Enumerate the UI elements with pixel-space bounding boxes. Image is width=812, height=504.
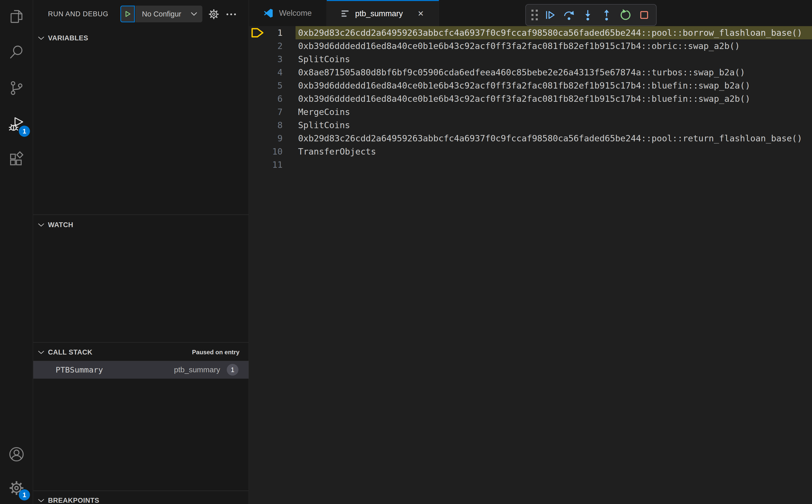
views-more-actions-button[interactable] — [225, 8, 237, 20]
paused-status: Paused on entry — [192, 349, 248, 356]
step-out-button[interactable] — [600, 9, 613, 21]
ellipsis-icon — [226, 13, 236, 15]
gutter[interactable]: 10 — [249, 145, 295, 158]
restart-button[interactable] — [619, 9, 632, 21]
line-number: 2 — [277, 39, 282, 53]
activity-item-extensions[interactable] — [0, 145, 33, 173]
code-row: 20xb39d6dddedd16ed8a40ce0b1e6b43c92acf0f… — [249, 39, 812, 53]
activity-item-settings[interactable]: 1 — [0, 474, 33, 502]
run-control: No Configur — [120, 6, 202, 22]
code-row: 10TransferObjects — [249, 145, 812, 158]
toolbar-drag-handle-icon[interactable] — [532, 10, 538, 20]
breakpoints-section-header[interactable]: BREAKPOINTS — [33, 493, 248, 504]
code-row: 50xb39d6dddedd16ed8a40ce0b1e6b43c92acf0f… — [249, 79, 812, 92]
step-into-button[interactable] — [582, 9, 594, 21]
breakpoints-label: BREAKPOINTS — [48, 497, 99, 504]
code-line[interactable]: 0x8ae871505a80d8bf6bf9c05906cda6edfeea46… — [295, 66, 812, 79]
code-row: 40x8ae871505a80d8bf6bf9c05906cda6edfeea4… — [249, 66, 812, 79]
code-line[interactable]: 0xb39d6dddedd16ed8a40ce0b1e6b43c92acf0ff… — [295, 39, 812, 53]
code-line[interactable]: 0xb39d6dddedd16ed8a40ce0b1e6b43c92acf0ff… — [295, 92, 812, 105]
gutter[interactable]: 4 — [249, 66, 295, 79]
line-number: 11 — [272, 158, 282, 171]
debug-badge: 1 — [19, 126, 30, 137]
search-icon — [9, 44, 24, 60]
stop-icon — [638, 9, 650, 21]
restart-icon — [620, 9, 631, 21]
code-line[interactable]: 0xb29d83c26cdd2a64959263abbcfc4a6937f0c9… — [295, 132, 812, 145]
start-debugging-button[interactable] — [120, 6, 135, 22]
settings-badge: 1 — [19, 489, 30, 500]
code-row: 11 — [249, 158, 812, 171]
chevron-down-icon — [38, 350, 44, 354]
sidebar-title: RUN AND DEBUG — [48, 0, 108, 28]
gutter[interactable]: 5 — [249, 79, 295, 92]
stop-button[interactable] — [638, 9, 651, 21]
editor-group: Welcome ptb_summary ✕ — [249, 0, 812, 504]
tab-welcome[interactable]: Welcome — [249, 0, 327, 26]
frame-badge: 1 — [227, 364, 238, 376]
code-line[interactable] — [295, 158, 812, 171]
code-line[interactable]: 0xb29d83c26cdd2a64959263abbcfc4a6937f0c9… — [295, 26, 812, 39]
vscode-logo-icon — [264, 9, 273, 18]
line-number: 9 — [277, 132, 282, 145]
step-into-icon — [582, 9, 594, 21]
run-and-debug-sidebar: RUN AND DEBUG No Configur — [33, 0, 249, 504]
debug-configuration-dropdown[interactable]: No Configur — [135, 6, 202, 22]
line-number: 3 — [277, 53, 282, 66]
extensions-icon — [9, 151, 24, 167]
configuration-label: No Configur — [142, 10, 181, 18]
call-stack-frame-row[interactable]: PTBSummary ptb_summary 1 — [33, 361, 248, 379]
section-divider — [33, 214, 248, 215]
tab-ptb-summary[interactable]: ptb_summary ✕ — [327, 0, 439, 26]
variables-label: VARIABLES — [48, 34, 88, 42]
debug-settings-button[interactable] — [208, 8, 220, 20]
watch-section-header[interactable]: WATCH — [33, 217, 248, 232]
gutter[interactable]: 3 — [249, 53, 295, 66]
variables-section-header[interactable]: VARIABLES — [33, 30, 248, 46]
call-stack-section-header[interactable]: CALL STACK Paused on entry — [33, 345, 248, 360]
code-area: 10xb29d83c26cdd2a64959263abbcfc4a6937f0c… — [249, 26, 812, 171]
continue-icon — [544, 9, 556, 21]
close-icon[interactable]: ✕ — [418, 9, 424, 18]
gutter[interactable]: 1 — [249, 26, 295, 39]
tab-label: Welcome — [279, 9, 312, 18]
list-file-icon — [341, 10, 349, 17]
account-icon — [9, 446, 24, 462]
gutter[interactable]: 6 — [249, 92, 295, 105]
gutter[interactable]: 11 — [249, 158, 295, 171]
gutter[interactable]: 9 — [249, 132, 295, 145]
step-over-button[interactable] — [563, 9, 575, 21]
code-line[interactable]: TransferObjects — [295, 145, 812, 158]
chevron-down-icon — [38, 36, 44, 40]
gear-icon — [208, 9, 219, 20]
activity-item-source-control[interactable] — [0, 74, 33, 102]
continue-button[interactable] — [544, 9, 557, 21]
code-line[interactable]: SplitCoins — [295, 119, 812, 132]
gutter[interactable]: 2 — [249, 39, 295, 53]
section-divider — [33, 342, 248, 343]
frame-source: ptb_summary — [174, 365, 220, 374]
gutter[interactable]: 7 — [249, 105, 295, 119]
watch-label: WATCH — [48, 221, 73, 229]
code-line[interactable]: SplitCoins — [295, 53, 812, 66]
step-out-icon — [601, 9, 613, 21]
code-line[interactable]: MergeCoins — [295, 105, 812, 119]
activity-item-search[interactable] — [0, 38, 33, 66]
activity-bar: 1 1 — [0, 0, 33, 504]
chevron-down-icon — [38, 223, 44, 227]
activity-item-account[interactable] — [0, 440, 33, 468]
chevron-down-icon — [191, 12, 197, 16]
gutter[interactable]: 8 — [249, 119, 295, 132]
tab-label: ptb_summary — [355, 9, 403, 18]
activity-item-explorer[interactable] — [0, 3, 33, 30]
code-row: 90xb29d83c26cdd2a64959263abbcfc4a6937f0c… — [249, 132, 812, 145]
line-number: 10 — [272, 145, 282, 158]
line-number: 6 — [277, 92, 282, 105]
code-row: 10xb29d83c26cdd2a64959263abbcfc4a6937f0c… — [249, 26, 812, 39]
chevron-down-icon — [38, 499, 44, 502]
line-number: 4 — [277, 66, 282, 79]
code-row: 7MergeCoins — [249, 105, 812, 119]
activity-item-run-and-debug[interactable]: 1 — [0, 110, 33, 138]
code-line[interactable]: 0xb39d6dddedd16ed8a40ce0b1e6b43c92acf0ff… — [295, 79, 812, 92]
source-control-icon — [9, 80, 24, 96]
